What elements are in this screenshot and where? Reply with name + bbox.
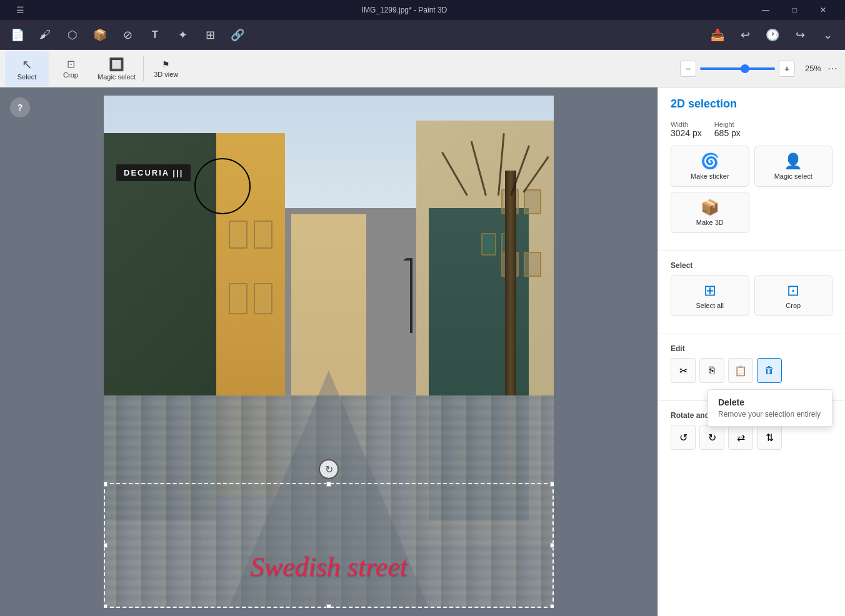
- rotate-right-button[interactable]: ↻: [699, 425, 724, 450]
- 3d-object-icon[interactable]: 📦: [88, 22, 112, 47]
- windows-row-2: [229, 283, 272, 314]
- edit-label: Edit: [671, 344, 832, 353]
- canvas-wrapper: DECURIA |||: [104, 96, 554, 608]
- flip-horizontal-button[interactable]: ⇄: [728, 425, 753, 450]
- flag-icon: ⚑: [162, 59, 170, 69]
- 3d-library-icon[interactable]: 🔗: [225, 22, 250, 47]
- street-photo: DECURIA |||: [104, 96, 554, 608]
- select-all-button[interactable]: ⊞ Select all: [671, 275, 749, 316]
- history-icon[interactable]: 🕐: [760, 22, 785, 47]
- window-1: [229, 221, 248, 249]
- canvas-area[interactable]: ? DECURIA |||: [0, 87, 658, 616]
- window-controls: — □ ✕: [751, 0, 838, 20]
- street-lamp: [410, 258, 412, 333]
- brush-icon[interactable]: 🖌: [32, 22, 58, 47]
- building-sign: DECURIA |||: [116, 164, 191, 181]
- zoom-slider[interactable]: [700, 67, 775, 70]
- tree-branches: [441, 133, 554, 233]
- delete-popup-desc: Remove your selection entirely: [718, 410, 822, 419]
- select-command[interactable]: ↖ Select: [5, 51, 49, 86]
- width-label: Width: [671, 121, 702, 128]
- zoom-slider-thumb: [741, 64, 749, 73]
- rotate-buttons-row: ↺ ↻ ⇄ ⇅: [671, 425, 832, 450]
- undo-icon[interactable]: ↩: [732, 22, 758, 47]
- delete-tooltip-popup: Delete Remove your selection entirely: [708, 389, 832, 427]
- select-icon: ↖: [22, 57, 32, 72]
- magic-select-icon: 🔲: [109, 57, 124, 72]
- magic-select-command[interactable]: 🔲 Magic select: [92, 51, 141, 86]
- window-title: IMG_1299.jpg* - Paint 3D: [58, 6, 751, 14]
- top-toolbar: 📄 🖌 ⬡ 📦 ⊘ T ✦ ⊞ 🔗 📥 ↩ 🕐 ↪ ⌄: [0, 20, 845, 50]
- titlebar: ☰ IMG_1299.jpg* - Paint 3D — □ ✕: [0, 0, 845, 20]
- main-area: ? DECURIA |||: [0, 87, 845, 616]
- height-value: 685 px: [714, 128, 741, 138]
- 3d-view-label: 3D view: [154, 71, 178, 78]
- crop-label: Crop: [63, 71, 78, 79]
- delete-button[interactable]: 🗑: [757, 358, 782, 383]
- edit-buttons-row: ✂ ⎘ 📋 🗑 Delete Remove your selection ent…: [671, 358, 832, 383]
- sticker-icon[interactable]: ⊘: [115, 22, 140, 47]
- cut-button[interactable]: ✂: [671, 358, 696, 383]
- select-buttons-grid: ⊞ Select all ⊡ Crop: [671, 275, 832, 316]
- zoom-out-button[interactable]: −: [680, 61, 696, 77]
- crop-panel-label: Crop: [786, 302, 801, 309]
- select-all-icon: ⊞: [704, 282, 716, 299]
- minimize-button[interactable]: —: [751, 0, 780, 20]
- width-value: 3024 px: [671, 128, 702, 138]
- make-3d-icon: 📦: [701, 199, 719, 216]
- paste-button[interactable]: 📋: [728, 358, 753, 383]
- magic-select-panel-label: Magic select: [774, 172, 812, 180]
- edit-section: Edit ✂ ⎘ 📋 🗑 Delete Remove your selectio…: [658, 339, 845, 395]
- close-button[interactable]: ✕: [809, 0, 838, 20]
- rotate-left-button[interactable]: ↺: [671, 425, 696, 450]
- crop-icon: ⊡: [67, 58, 75, 70]
- zoom-more-button[interactable]: ⋯: [825, 60, 840, 77]
- width-item: Width 3024 px: [671, 121, 702, 138]
- redo-icon[interactable]: ↪: [788, 22, 812, 47]
- crop-command[interactable]: ⊡ Crop: [49, 51, 92, 86]
- teal-window-1: [481, 233, 496, 256]
- panel-title: 2D selection: [658, 87, 845, 116]
- text-icon[interactable]: T: [142, 22, 168, 47]
- effects-icon[interactable]: ✦: [170, 22, 195, 47]
- crop-panel-button[interactable]: ⊡ Crop: [754, 275, 833, 316]
- make-sticker-button[interactable]: 🌀 Make sticker: [671, 146, 749, 187]
- window-4: [254, 283, 272, 314]
- height-item: Height 685 px: [714, 121, 741, 138]
- zoom-control: − + 25% ⋯: [680, 60, 840, 77]
- more-icon[interactable]: ⌄: [815, 22, 840, 47]
- canvas-icon[interactable]: ⊞: [198, 22, 222, 47]
- dimensions-section: Width 3024 px Height 685 px 🌀 Make stick…: [658, 116, 845, 246]
- windows-row-1: [229, 221, 272, 249]
- select-all-label: Select all: [696, 302, 724, 309]
- window-2: [254, 221, 272, 249]
- insert-icon[interactable]: 📥: [705, 22, 730, 47]
- menu-icon[interactable]: ☰: [8, 0, 32, 22]
- dimensions-display: Width 3024 px Height 685 px: [671, 121, 832, 138]
- new-file-icon[interactable]: 📄: [5, 22, 30, 47]
- right-window-4: [524, 252, 541, 277]
- select-section: Select ⊞ Select all ⊡ Crop: [658, 256, 845, 329]
- make-3d-button[interactable]: 📦 Make 3D: [671, 192, 749, 233]
- zoom-percent: 25%: [799, 64, 821, 73]
- delete-popup-title: Delete: [718, 397, 822, 407]
- divider-1: [658, 251, 845, 251]
- height-label: Height: [714, 121, 741, 128]
- divider-2: [658, 334, 845, 334]
- copy-button[interactable]: ⎘: [699, 358, 724, 383]
- swedish-text: Swedish street: [250, 551, 407, 583]
- crop-panel-icon: ⊡: [787, 282, 799, 299]
- window-3: [229, 283, 248, 314]
- commandbar: ↖ Select ⊡ Crop 🔲 Magic select ⚑ 3D view…: [0, 50, 845, 87]
- magic-select-panel-button[interactable]: 👤 Magic select: [754, 146, 833, 187]
- make-sticker-icon: 🌀: [701, 152, 719, 170]
- 3d-view-command[interactable]: ⚑ 3D view: [146, 57, 186, 81]
- select-shape-icon[interactable]: ⬡: [60, 22, 85, 47]
- maximize-button[interactable]: □: [780, 0, 809, 20]
- zoom-in-button[interactable]: +: [779, 61, 795, 77]
- separator-1: [143, 56, 144, 81]
- right-panel: 2D selection Width 3024 px Height 685 px…: [658, 87, 845, 616]
- flip-vertical-button[interactable]: ⇅: [757, 425, 782, 450]
- select-section-label: Select: [671, 261, 832, 270]
- help-button[interactable]: ?: [10, 97, 30, 117]
